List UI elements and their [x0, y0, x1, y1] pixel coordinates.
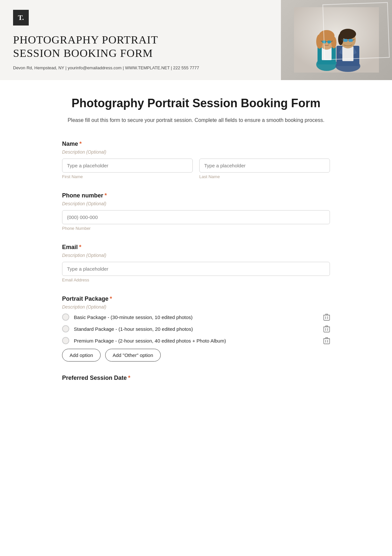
- radio-basic[interactable]: [62, 313, 69, 321]
- header-title: Photography Portrait Session booking for…: [13, 33, 268, 60]
- form-subtitle: Please fill out this form to secure your…: [62, 116, 330, 125]
- page-header: T. Photography Portrait Session booking …: [0, 0, 392, 80]
- header-photo: [281, 0, 392, 80]
- svg-rect-28: [324, 315, 330, 320]
- last-name-col: Last Name: [199, 159, 330, 179]
- add-option-row: Add option Add "Other" option: [62, 349, 330, 362]
- email-section: Email* Description (Optional) Email Addr…: [62, 244, 330, 282]
- delete-basic-icon[interactable]: [323, 313, 330, 321]
- delete-standard-icon[interactable]: [323, 325, 330, 332]
- phone-sublabel: Phone Number: [62, 226, 330, 231]
- header-contact: Devon Rd, Hempstead, NY | yourinfo@email…: [13, 65, 268, 70]
- phone-required-star: *: [105, 192, 107, 199]
- last-name-input[interactable]: [199, 159, 330, 173]
- radio-standard[interactable]: [62, 325, 69, 332]
- portrait-package-required-star: *: [110, 295, 112, 302]
- email-sublabel: Email Address: [62, 278, 330, 282]
- svg-rect-36: [324, 339, 330, 344]
- package-standard-text: Standard Package - (1-hour session, 20 e…: [74, 326, 193, 332]
- portrait-package-description: Description (Optional): [62, 304, 330, 310]
- package-premium-text: Premium Package - (2-hour session, 40 ed…: [74, 338, 226, 344]
- name-description: Description (Optional): [62, 149, 330, 155]
- portrait-package-label: Portrait Package*: [62, 295, 330, 302]
- phone-description: Description (Optional): [62, 201, 330, 206]
- email-required-star: *: [79, 244, 81, 250]
- form-title: Photography Portrait Session Booking For…: [62, 96, 330, 110]
- package-basic-text: Basic Package - (30-minute session, 10 e…: [74, 314, 193, 320]
- last-name-sublabel: Last Name: [199, 174, 330, 179]
- name-section: Name* Description (Optional) First Name …: [62, 141, 330, 179]
- logo: T.: [13, 10, 29, 25]
- email-input[interactable]: [62, 262, 330, 276]
- email-description: Description (Optional): [62, 253, 330, 258]
- package-option-premium: Premium Package - (2-hour session, 40 ed…: [62, 337, 330, 344]
- name-label: Name*: [62, 141, 330, 147]
- email-label: Email*: [62, 244, 330, 251]
- header-left: T. Photography Portrait Session booking …: [0, 0, 281, 80]
- add-other-option-button[interactable]: Add "Other" option: [105, 349, 161, 362]
- package-option-basic: Basic Package - (30-minute session, 10 e…: [62, 313, 330, 321]
- portrait-package-section: Portrait Package* Description (Optional)…: [62, 295, 330, 362]
- first-name-input[interactable]: [62, 159, 193, 173]
- package-option-standard: Standard Package - (1-hour session, 20 e…: [62, 325, 330, 332]
- phone-input[interactable]: [62, 210, 330, 224]
- add-option-button[interactable]: Add option: [62, 349, 101, 362]
- phone-section: Phone number* Description (Optional) Pho…: [62, 192, 330, 231]
- phone-label: Phone number*: [62, 192, 330, 199]
- svg-rect-32: [324, 327, 330, 332]
- preferred-date-required-star: *: [128, 375, 130, 381]
- first-name-col: First Name: [62, 159, 193, 179]
- preferred-session-date-label: Preferred Session Date*: [62, 375, 330, 381]
- main-content: Photography Portrait Session Booking For…: [49, 80, 343, 414]
- delete-premium-icon[interactable]: [323, 337, 330, 344]
- name-required-star: *: [79, 141, 82, 147]
- preferred-session-date-section: Preferred Session Date*: [62, 375, 330, 381]
- photo-frame-decoration: [322, 2, 390, 60]
- first-name-sublabel: First Name: [62, 174, 193, 179]
- name-row: First Name Last Name: [62, 159, 330, 179]
- radio-premium[interactable]: [62, 337, 69, 344]
